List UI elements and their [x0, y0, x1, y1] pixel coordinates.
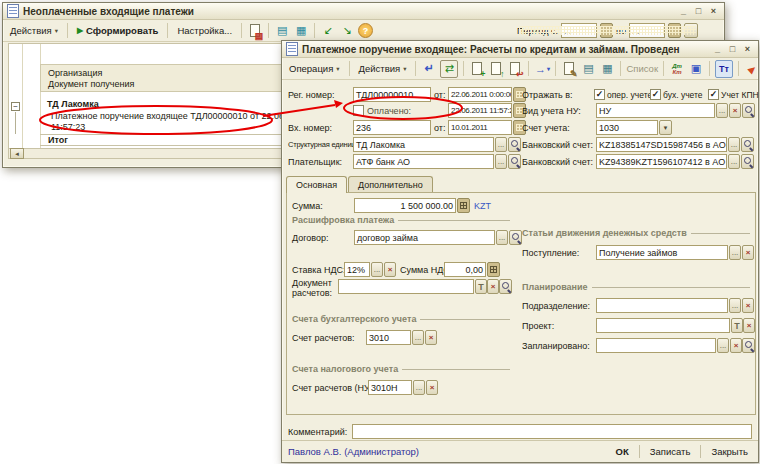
copy-icon[interactable]: + — [469, 61, 485, 77]
close-icon[interactable]: × — [741, 44, 754, 54]
bank-account2-select-button[interactable]: ... — [728, 154, 740, 169]
oper-accounting-checkbox[interactable]: ✓ — [594, 89, 605, 100]
planned-clear-button[interactable]: × — [730, 338, 742, 353]
export-icon[interactable]: ↘ — [339, 23, 355, 39]
division-clear-button[interactable]: × — [742, 298, 754, 313]
paid-checkbox[interactable] — [353, 105, 364, 116]
maximize-icon[interactable]: □ — [692, 6, 705, 16]
rows-icon[interactable]: ▤ — [580, 61, 596, 77]
write-button[interactable]: Записать — [646, 446, 695, 457]
close-button[interactable]: Закрыть — [707, 446, 752, 457]
contract-search-icon[interactable] — [509, 230, 522, 245]
tax-account-field[interactable]: 3010Н — [368, 380, 412, 395]
reread-icon[interactable]: ⇄ — [440, 60, 458, 78]
tree-settings-icon[interactable]: ▤ — [274, 23, 290, 39]
receipt-clear-button[interactable]: × — [742, 245, 754, 260]
kpn-accounting-checkbox[interactable]: ✓ — [708, 89, 719, 100]
minimize-icon[interactable]: _ — [677, 6, 690, 16]
nu-kind-select-button[interactable]: ... — [716, 103, 728, 118]
vat-rate-field[interactable]: 12% — [344, 262, 370, 277]
sum-calculator-icon[interactable] — [457, 198, 470, 213]
report-icon[interactable]: ▤ — [247, 23, 263, 39]
sum-field[interactable]: 1 500 000.00 — [354, 198, 456, 213]
edit-icon[interactable]: ✎ — [561, 61, 577, 77]
settlement-doc-clear-button[interactable]: × — [487, 279, 499, 294]
payment-window-titlebar[interactable]: Платежное поручение входящее: Расчеты по… — [282, 41, 758, 58]
planned-select-button[interactable]: ... — [717, 338, 729, 353]
minimize-icon[interactable]: _ — [711, 44, 724, 54]
maximize-icon[interactable]: □ — [726, 44, 739, 54]
project-clear-button[interactable]: × — [743, 318, 755, 333]
settlement-account-select-button[interactable]: ... — [412, 330, 424, 345]
save-record-icon[interactable]: ↵ — [421, 61, 437, 77]
settlement-doc-type-button[interactable]: T — [475, 279, 487, 294]
document-row-line2[interactable]: 11:57:23 — [51, 122, 85, 132]
planned-search-icon[interactable] — [742, 338, 755, 353]
tab-additional[interactable]: Дополнительно — [348, 176, 433, 192]
group-row[interactable]: ТД Лакомка — [47, 99, 99, 109]
unpaid-window-titlebar[interactable]: Неоплаченные входящие платежи _ □ × — [3, 3, 724, 20]
division-select-button[interactable]: ... — [729, 298, 741, 313]
tips-swoosh-icon[interactable]: ► — [741, 57, 760, 80]
receipt-select-button[interactable]: ... — [729, 245, 741, 260]
ok-button[interactable]: ОК — [612, 446, 633, 457]
incoming-number-field[interactable]: 236 — [353, 120, 431, 135]
settings-button[interactable]: Настройка... — [173, 24, 236, 37]
table-settings-icon[interactable]: ▦ — [293, 23, 309, 39]
document-row-line1[interactable]: Платежное поручение входящее ТДЛ00000010… — [51, 111, 306, 121]
nu-kind-clear-button[interactable]: × — [729, 103, 741, 118]
reg-date-field[interactable]: 22.06.2011 0:00:00 — [448, 87, 512, 102]
reg-number-field[interactable]: ТДЛ00000010 — [353, 87, 431, 102]
project-field[interactable] — [596, 318, 730, 333]
period-to-calendar-icon[interactable] — [668, 23, 681, 38]
current-user-link[interactable]: Павлов А.В. (Администратор) — [288, 446, 612, 457]
settlement-account-clear-button[interactable]: × — [425, 330, 437, 345]
vat-rate-clear-button[interactable]: × — [384, 262, 396, 277]
close-icon[interactable]: × — [707, 6, 720, 16]
tax-account-select-button[interactable]: ... — [413, 380, 425, 395]
incoming-date-field[interactable]: 10.01.2011 — [448, 120, 512, 135]
payer-search-icon[interactable] — [508, 154, 521, 169]
bank-account1-field[interactable]: KZ18385147SD15987456 в АО "Бан — [596, 137, 727, 152]
post-document-icon[interactable]: ↑ — [488, 61, 504, 77]
unpost-document-icon[interactable]: ↩ — [507, 61, 523, 77]
planned-field[interactable] — [596, 338, 716, 353]
payer-select-button[interactable]: ... — [495, 154, 507, 169]
dt-kt-icon[interactable]: Дт Кт — [669, 61, 685, 77]
structure-icon[interactable]: ▦ — [599, 61, 615, 77]
journal-icon[interactable]: ▣ — [688, 61, 704, 77]
tax-account-clear-button[interactable]: × — [426, 380, 438, 395]
bank-account1-select-button[interactable]: ... — [728, 137, 740, 152]
operation-menu-button[interactable]: Операция ▾ — [285, 62, 344, 75]
settlement-account-field[interactable]: 3010 — [366, 330, 411, 345]
bank-account2-search-icon[interactable] — [741, 154, 754, 169]
account-field[interactable]: 1030 — [596, 120, 658, 135]
structural-unit-select-button[interactable]: ... — [495, 137, 507, 152]
bank-account1-search-icon[interactable] — [741, 137, 754, 152]
group-expander[interactable]: − — [11, 102, 20, 111]
division-field[interactable] — [596, 298, 728, 313]
paid-date-field[interactable]: 22.06.2011 11:57:23 — [448, 103, 512, 118]
project-type-button[interactable]: T — [731, 318, 743, 333]
help-icon[interactable]: ? — [358, 23, 373, 38]
actions-menu-button[interactable]: Действия ▾ — [355, 62, 411, 75]
comment-field[interactable] — [352, 424, 752, 439]
generate-button[interactable]: ▶ Сформировать — [73, 24, 163, 37]
contract-select-button[interactable]: ... — [496, 230, 508, 245]
import-icon[interactable]: ↙ — [320, 23, 336, 39]
nu-kind-field[interactable]: НУ — [596, 103, 715, 118]
receipt-field[interactable]: Получение займов — [596, 245, 728, 260]
bank-account2-field[interactable]: KZ94389KZT1596107412 в АО "АТФ — [596, 154, 727, 169]
contract-field[interactable]: договор займа — [354, 230, 495, 245]
buh-accounting-checkbox[interactable]: ✓ — [650, 89, 661, 100]
actions-menu-button[interactable]: Действия ▾ — [6, 24, 62, 37]
structural-unit-field[interactable]: ТД Лакомка — [353, 137, 494, 152]
vat-sum-calculator-icon[interactable] — [487, 262, 500, 277]
structural-unit-search-icon[interactable] — [508, 137, 521, 152]
scroll-left-icon[interactable]: ◄ — [10, 148, 24, 159]
tab-main[interactable]: Основная — [286, 176, 347, 193]
typing-mode-icon[interactable]: Тт — [715, 60, 733, 78]
payer-field[interactable]: АТФ банк АО — [353, 154, 494, 169]
settlement-doc-field[interactable] — [338, 279, 474, 294]
go-icon[interactable]: → ▾ — [534, 61, 550, 77]
